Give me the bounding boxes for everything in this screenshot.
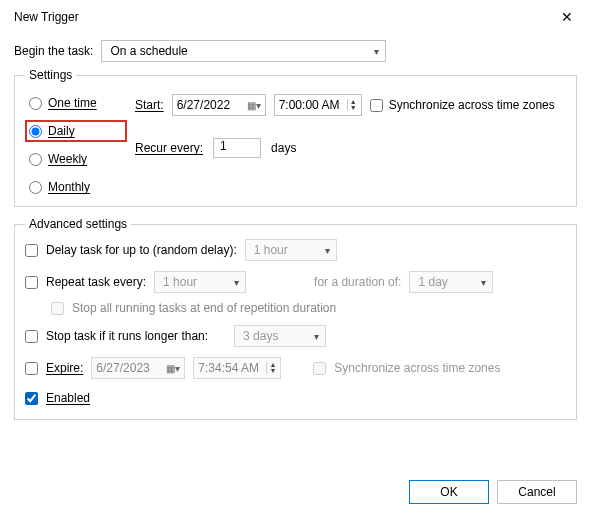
expire-label: Expire: bbox=[46, 361, 83, 375]
calendar-icon: ▦▾ bbox=[166, 363, 180, 374]
recur-value: 1 bbox=[220, 139, 227, 153]
stop-if-checkbox[interactable] bbox=[25, 330, 38, 343]
delay-value: 1 hour bbox=[254, 243, 288, 257]
chevron-down-icon: ▾ bbox=[325, 245, 330, 256]
close-icon: ✕ bbox=[561, 9, 573, 25]
ok-label: OK bbox=[440, 485, 457, 499]
spinner-icon[interactable]: ▲▼ bbox=[266, 362, 276, 374]
repeat-label: Repeat task every: bbox=[46, 275, 146, 289]
stop-if-value: 3 days bbox=[243, 329, 278, 343]
calendar-icon: ▦▾ bbox=[247, 100, 261, 111]
settings-fieldset: Settings One time Daily Weekly Monthly bbox=[14, 68, 577, 207]
spinner-icon[interactable]: ▲▼ bbox=[347, 99, 357, 111]
expire-time-value: 7:34:54 AM bbox=[198, 361, 259, 375]
stop-all-label: Stop all running tasks at end of repetit… bbox=[72, 301, 336, 315]
freq-one-time[interactable]: One time bbox=[29, 96, 117, 110]
close-button[interactable]: ✕ bbox=[553, 6, 581, 28]
cancel-label: Cancel bbox=[518, 485, 555, 499]
expire-date-value: 6/27/2023 bbox=[96, 361, 149, 375]
stop-if-label: Stop task if it runs longer than: bbox=[46, 329, 208, 343]
chevron-down-icon: ▾ bbox=[374, 46, 379, 57]
expire-time-input[interactable]: 7:34:54 AM ▲▼ bbox=[193, 357, 281, 379]
duration-value: 1 day bbox=[418, 275, 447, 289]
chevron-down-icon: ▾ bbox=[314, 331, 319, 342]
radio-daily[interactable] bbox=[29, 125, 42, 138]
stop-all-checkbox bbox=[51, 302, 64, 315]
chevron-down-icon: ▾ bbox=[481, 277, 486, 288]
delay-label: Delay task for up to (random delay): bbox=[46, 243, 237, 257]
radio-one-time[interactable] bbox=[29, 97, 42, 110]
freq-weekly[interactable]: Weekly bbox=[29, 152, 117, 166]
cancel-button[interactable]: Cancel bbox=[497, 480, 577, 504]
expire-date-input[interactable]: 6/27/2023 ▦▾ bbox=[91, 357, 185, 379]
recur-input[interactable]: 1 bbox=[213, 138, 261, 158]
ok-button[interactable]: OK bbox=[409, 480, 489, 504]
begin-task-label: Begin the task: bbox=[14, 44, 93, 58]
enabled-checkbox[interactable] bbox=[25, 392, 38, 405]
advanced-fieldset: Advanced settings Delay task for up to (… bbox=[14, 217, 577, 420]
delay-select[interactable]: 1 hour ▾ bbox=[245, 239, 337, 261]
repeat-select[interactable]: 1 hour ▾ bbox=[154, 271, 246, 293]
radio-weekly-label: Weekly bbox=[48, 152, 87, 166]
radio-weekly[interactable] bbox=[29, 153, 42, 166]
radio-monthly-label: Monthly bbox=[48, 180, 90, 194]
sync-timezones-checkbox[interactable] bbox=[370, 99, 383, 112]
repeat-checkbox[interactable] bbox=[25, 276, 38, 289]
window-title: New Trigger bbox=[14, 10, 79, 24]
repeat-value: 1 hour bbox=[163, 275, 197, 289]
freq-daily[interactable]: Daily bbox=[25, 120, 127, 142]
expire-checkbox[interactable] bbox=[25, 362, 38, 375]
delay-checkbox[interactable] bbox=[25, 244, 38, 257]
settings-legend: Settings bbox=[25, 68, 76, 82]
begin-task-value: On a schedule bbox=[110, 44, 187, 58]
start-time-value: 7:00:00 AM bbox=[279, 98, 340, 112]
radio-daily-label: Daily bbox=[48, 124, 75, 138]
recur-unit: days bbox=[271, 141, 296, 155]
stop-if-select[interactable]: 3 days ▾ bbox=[234, 325, 326, 347]
freq-monthly[interactable]: Monthly bbox=[29, 180, 117, 194]
sync-timezones-label: Synchronize across time zones bbox=[389, 98, 555, 112]
chevron-down-icon: ▾ bbox=[234, 277, 239, 288]
radio-one-time-label: One time bbox=[48, 96, 97, 110]
start-label: Start: bbox=[135, 98, 164, 112]
radio-monthly[interactable] bbox=[29, 181, 42, 194]
duration-label: for a duration of: bbox=[314, 275, 401, 289]
expire-sync-label: Synchronize across time zones bbox=[334, 361, 500, 375]
start-time-input[interactable]: 7:00:00 AM ▲▼ bbox=[274, 94, 362, 116]
recur-label: Recur every: bbox=[135, 141, 203, 155]
enabled-label: Enabled bbox=[46, 391, 90, 405]
duration-select[interactable]: 1 day ▾ bbox=[409, 271, 493, 293]
begin-task-select[interactable]: On a schedule ▾ bbox=[101, 40, 386, 62]
expire-sync-checkbox bbox=[313, 362, 326, 375]
advanced-legend: Advanced settings bbox=[25, 217, 131, 231]
start-date-input[interactable]: 6/27/2022 ▦▾ bbox=[172, 94, 266, 116]
start-date-value: 6/27/2022 bbox=[177, 98, 230, 112]
